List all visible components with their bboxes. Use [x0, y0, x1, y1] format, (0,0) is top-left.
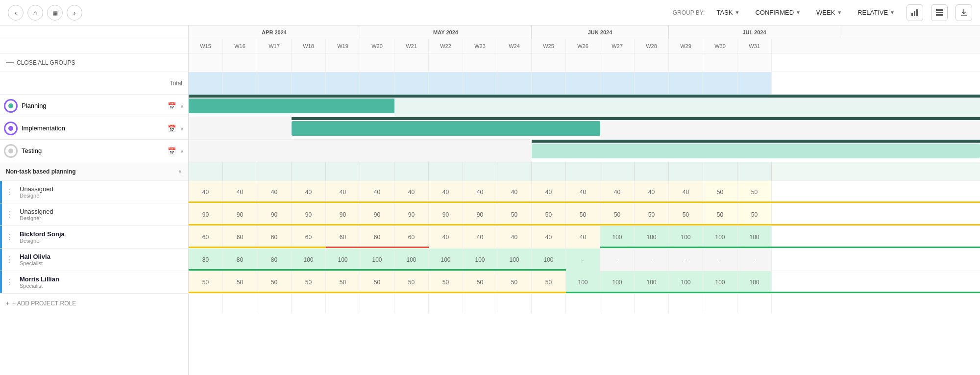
- u2-w16: 90: [223, 203, 257, 226]
- impl-calendar-icon[interactable]: 📅: [168, 125, 176, 132]
- m-w17: 50: [257, 271, 292, 294]
- b-w29: 100: [669, 226, 703, 249]
- testing-row: Testing 📅 ∨: [0, 140, 188, 162]
- b-w30: 100: [703, 226, 737, 249]
- u2-w29: 50: [669, 203, 703, 226]
- b-w19: 60: [326, 226, 360, 249]
- planning-icon: [4, 99, 18, 113]
- morris-role: Specialist: [20, 283, 184, 289]
- relative-dropdown[interactable]: RELATIVE ▼: [854, 7, 899, 18]
- total-cell-w19: [326, 72, 360, 95]
- morris-name: Morris Lillian: [20, 275, 184, 283]
- m-w29: 100: [669, 271, 703, 294]
- total-cell-w24: [497, 72, 532, 95]
- h-w23: 100: [463, 249, 497, 271]
- dots-icon-4[interactable]: ⋮: [6, 255, 14, 264]
- close-all-grid-row: [189, 53, 980, 72]
- week-w31: W31: [737, 39, 772, 53]
- calendar-button[interactable]: ▦: [47, 5, 63, 21]
- m-w19: 50: [326, 271, 360, 294]
- unassigned1-grid-row: 40 40 40 40 40 40 40 40 40 40 40 40: [189, 181, 980, 203]
- next-button[interactable]: ›: [67, 5, 82, 21]
- m-w22: 50: [429, 271, 463, 294]
- nav-buttons: ‹ ⌂ ▦ ›: [8, 5, 82, 21]
- u1-w21: 40: [394, 181, 429, 203]
- u2-w31: 50: [737, 203, 772, 226]
- u1-w25: 40: [532, 181, 566, 203]
- u2-w26: 50: [566, 203, 600, 226]
- b-w15: 60: [189, 226, 223, 249]
- m-w18: 50: [292, 271, 326, 294]
- total-grid-row: [189, 72, 980, 95]
- hall-row: ⋮ Hall Olivia Specialist: [0, 249, 188, 271]
- testing-label: Testing: [22, 147, 164, 154]
- testing-bar: [532, 144, 980, 158]
- add-role-button[interactable]: + + ADD PROJECT ROLE: [0, 294, 188, 312]
- u2-w22: 90: [429, 203, 463, 226]
- person-info-4: Hall Olivia Specialist: [20, 253, 184, 266]
- b-w16: 60: [223, 226, 257, 249]
- impl-chevron[interactable]: ∨: [180, 125, 184, 132]
- prev-button[interactable]: ‹: [8, 5, 24, 21]
- planning-gantt-row: [189, 95, 980, 117]
- week-w22: W22: [429, 39, 463, 53]
- non-task-label: Non-task based planning: [6, 168, 174, 175]
- implementation-icon: [4, 122, 18, 135]
- week-w30: W30: [703, 39, 737, 53]
- total-cell-w20: [360, 72, 394, 95]
- total-label: Total: [170, 80, 182, 87]
- testing-gantt-row: [189, 140, 980, 162]
- dots-icon-5[interactable]: ⋮: [6, 277, 14, 287]
- testing-chevron[interactable]: ∨: [180, 148, 184, 154]
- week-w16: W16: [223, 39, 257, 53]
- h-w30: -: [703, 249, 737, 271]
- m-w21: 50: [394, 271, 429, 294]
- week-w23: W23: [463, 39, 497, 53]
- hall-role: Specialist: [20, 260, 184, 266]
- h-w29: -: [669, 249, 703, 271]
- dots-icon-1[interactable]: ⋮: [6, 187, 14, 197]
- week-w15: W15: [189, 39, 223, 53]
- week-w18: W18: [292, 39, 326, 53]
- planning-chevron[interactable]: ∨: [180, 102, 184, 109]
- impl-gantt-row: [189, 117, 980, 140]
- task-dropdown[interactable]: TASK ▼: [712, 7, 743, 18]
- week-w26: W26: [566, 39, 600, 53]
- b-w17: 60: [257, 226, 292, 249]
- u1-w24: 40: [497, 181, 532, 203]
- home-button[interactable]: ⌂: [27, 5, 43, 21]
- svg-rect-1: [914, 11, 915, 16]
- h-w21: 100: [394, 249, 429, 271]
- person-info-1: Unassigned Designer: [20, 185, 184, 199]
- planning-calendar-icon[interactable]: 📅: [168, 102, 176, 110]
- close-all-groups[interactable]: — CLOSE ALL GROUPS: [0, 53, 188, 72]
- minus-icon: —: [6, 58, 14, 67]
- confirmed-dropdown[interactable]: CONFIRMED ▼: [751, 7, 805, 18]
- b-w21: 60: [394, 226, 429, 249]
- dots-icon-3[interactable]: ⋮: [6, 232, 14, 242]
- total-cell-w25: [532, 72, 566, 95]
- dots-icon-2[interactable]: ⋮: [6, 210, 14, 219]
- u2-w17: 90: [257, 203, 292, 226]
- b-w24: 40: [497, 226, 532, 249]
- b-w22: 40: [429, 226, 463, 249]
- total-cell-w31: [737, 72, 772, 95]
- u2-w15: 90: [189, 203, 223, 226]
- chart-view-button[interactable]: [906, 4, 923, 21]
- planning-label: Planning: [22, 102, 164, 109]
- b-w23: 40: [463, 226, 497, 249]
- left-panel: — CLOSE ALL GROUPS Total Planning 📅: [0, 53, 189, 375]
- table-view-button[interactable]: [931, 4, 948, 21]
- main-content: APR 2024 MAY 2024 JUN 2024 JUL 2024 W15 …: [0, 25, 980, 375]
- m-w30: 100: [703, 271, 737, 294]
- export-button[interactable]: [956, 4, 972, 21]
- total-cell-w17: [257, 72, 292, 95]
- testing-calendar-icon[interactable]: 📅: [168, 147, 176, 155]
- non-task-chevron[interactable]: ∧: [178, 168, 182, 175]
- group-by-label: GROUP BY:: [673, 9, 705, 16]
- u1-w29: 40: [669, 181, 703, 203]
- u1-w20: 40: [360, 181, 394, 203]
- toolbar: ‹ ⌂ ▦ › GROUP BY: TASK ▼ CONFIRMED ▼ WEE…: [0, 0, 980, 25]
- impl-bar: [292, 121, 600, 136]
- week-dropdown[interactable]: WEEK ▼: [812, 7, 846, 18]
